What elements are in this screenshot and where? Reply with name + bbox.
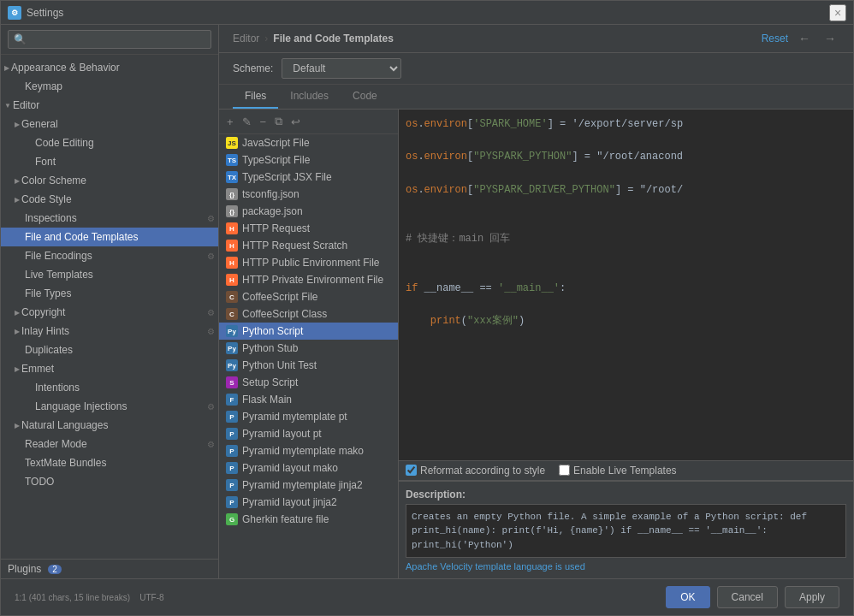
- code-editor[interactable]: os.environ['SPARK_HOME'] = '/export/serv…: [399, 110, 853, 461]
- file-list-panel: + ✎ − ⧉ ↩ JS JavaScript File TS TypeScri…: [219, 110, 399, 578]
- close-button[interactable]: ×: [829, 4, 846, 21]
- sidebar-item-label: Editor: [13, 99, 215, 111]
- file-item-coffee-class[interactable]: C CoffeeScript Class: [219, 305, 398, 323]
- file-item-label: Python Stub: [242, 342, 298, 354]
- file-item-label: Pyramid layout jinja2: [242, 496, 337, 508]
- sidebar-item-font[interactable]: Font: [1, 152, 218, 171]
- file-item-js[interactable]: JS JavaScript File: [219, 134, 398, 151]
- file-item-pyramid-mytemplate-mako[interactable]: P Pyramid mytemplate mako: [219, 442, 398, 459]
- file-item-flask-main[interactable]: F Flask Main: [219, 391, 398, 408]
- status-text: 1:1 (401 chars, 15 line breaks): [15, 593, 130, 602]
- sidebar-item-intentions[interactable]: Intentions: [1, 378, 218, 397]
- nav-back-button[interactable]: ←: [795, 30, 814, 47]
- nav-forward-button[interactable]: →: [821, 30, 839, 47]
- sidebar-item-appearance[interactable]: ▶Appearance & Behavior: [1, 58, 218, 77]
- tab-files[interactable]: Files: [233, 85, 278, 109]
- file-item-setup-script[interactable]: S Setup Script: [219, 374, 398, 391]
- file-item-pyramid-layout-mako[interactable]: P Pyramid layout mako: [219, 459, 398, 477]
- scheme-select[interactable]: Default Project: [282, 58, 401, 79]
- copy-template-button[interactable]: ⧉: [272, 113, 285, 130]
- sidebar-item-file-code-templates[interactable]: File and Code Templates: [1, 228, 218, 246]
- live-templates-checkbox-label[interactable]: Enable Live Templates: [559, 465, 677, 477]
- tab-includes[interactable]: Includes: [278, 85, 341, 109]
- file-item-pyramid-mytemplate-jinja2[interactable]: P Pyramid mytemplate jinja2: [219, 477, 398, 494]
- sidebar-item-color-scheme[interactable]: ▶Color Scheme: [1, 171, 218, 190]
- reset-template-button[interactable]: ↩: [288, 114, 303, 130]
- file-icon: H: [226, 222, 238, 234]
- file-item-package[interactable]: {} package.json: [219, 203, 398, 220]
- file-item-gherkin[interactable]: G Gherkin feature file: [219, 511, 398, 528]
- reset-link[interactable]: Reset: [762, 33, 788, 44]
- sidebar-item-label: Inspections: [25, 212, 204, 224]
- sidebar-search-container: [1, 25, 218, 55]
- sidebar-item-general[interactable]: ▶General: [1, 115, 218, 133]
- sidebar-bottom: Plugins 2: [1, 559, 218, 578]
- sidebar-item-live-templates[interactable]: Live Templates: [1, 265, 218, 284]
- gear-icon: ⚙: [207, 214, 215, 223]
- description-title: Description:: [406, 489, 846, 500]
- dialog-body: ▶Appearance & BehaviorKeymap▼Editor▶Gene…: [1, 25, 853, 578]
- search-input[interactable]: [8, 30, 211, 49]
- sidebar-item-copyright[interactable]: ▶Copyright⚙: [1, 303, 218, 322]
- remove-template-button[interactable]: −: [258, 114, 270, 130]
- sidebar-item-editor[interactable]: ▼Editor: [1, 96, 218, 115]
- sidebar-item-inlay-hints[interactable]: ▶Inlay Hints⚙: [1, 322, 218, 341]
- edit-template-button[interactable]: ✎: [240, 114, 254, 130]
- file-item-label: Pyramid mytemplate jinja2: [242, 479, 363, 491]
- sidebar-item-code-style[interactable]: ▶Code Style: [1, 190, 218, 209]
- sidebar-item-code-editing[interactable]: Code Editing: [1, 133, 218, 152]
- file-item-tsx[interactable]: TX TypeScript JSX File: [219, 169, 398, 186]
- file-icon: C: [226, 308, 238, 320]
- cancel-button[interactable]: Cancel: [717, 586, 778, 608]
- gear-icon: ⚙: [207, 252, 215, 261]
- file-item-pyramid-mytemplate-pt[interactable]: P Pyramid mytemplate pt: [219, 408, 398, 425]
- expand-icon: ▼: [4, 102, 11, 110]
- ok-button[interactable]: OK: [666, 586, 709, 608]
- file-item-pyramid-layout-jinja2[interactable]: P Pyramid layout jinja2: [219, 494, 398, 511]
- file-icon: F: [226, 394, 238, 406]
- file-icon: TX: [226, 171, 238, 183]
- file-item-python-script[interactable]: Py Python Script: [219, 323, 398, 340]
- file-item-label: Python Script: [242, 325, 303, 337]
- expand-icon: ▶: [15, 328, 20, 335]
- file-icon: H: [226, 240, 238, 252]
- expand-icon: ▶: [15, 121, 20, 128]
- file-item-http-scratch[interactable]: H HTTP Request Scratch: [219, 237, 398, 254]
- file-item-label: JavaScript File: [242, 137, 310, 149]
- file-item-python-unit[interactable]: Py Python Unit Test: [219, 357, 398, 374]
- sidebar-item-reader-mode[interactable]: Reader Mode⚙: [1, 435, 218, 453]
- sidebar-item-emmet[interactable]: ▶Emmet: [1, 359, 218, 378]
- code-line: if __name__ == '__main__':: [406, 281, 846, 297]
- sidebar-item-inspections[interactable]: Inspections⚙: [1, 209, 218, 228]
- sidebar-item-duplicates[interactable]: Duplicates: [1, 341, 218, 359]
- sidebar-item-language-injections[interactable]: Language Injections⚙: [1, 397, 218, 416]
- sidebar-item-keymap[interactable]: Keymap: [1, 77, 218, 96]
- live-templates-checkbox[interactable]: [559, 465, 570, 476]
- sidebar-item-file-types[interactable]: File Types: [1, 284, 218, 303]
- apply-button[interactable]: Apply: [785, 586, 839, 608]
- sidebar-item-todo[interactable]: TODO: [1, 472, 218, 491]
- file-item-http[interactable]: H HTTP Request: [219, 220, 398, 237]
- file-item-http-pub[interactable]: H HTTP Public Environment File: [219, 254, 398, 271]
- tab-code[interactable]: Code: [341, 85, 389, 109]
- plugins-label: Plugins: [8, 563, 41, 575]
- file-icon: P: [226, 445, 238, 457]
- file-item-http-priv[interactable]: H HTTP Private Environment File: [219, 271, 398, 288]
- file-item-python-stub[interactable]: Py Python Stub: [219, 340, 398, 357]
- sidebar-item-label: Font: [35, 156, 215, 168]
- apache-velocity-link[interactable]: Apache Velocity: [406, 561, 472, 572]
- file-item-pyramid-layout-pt[interactable]: P Pyramid layout pt: [219, 425, 398, 442]
- sidebar-item-natural-languages[interactable]: ▶Natural Languages: [1, 416, 218, 435]
- add-template-button[interactable]: +: [224, 114, 236, 130]
- file-item-label: HTTP Private Environment File: [242, 274, 383, 286]
- file-icon: Py: [226, 359, 238, 371]
- sidebar-item-file-encodings[interactable]: File Encodings⚙: [1, 246, 218, 265]
- file-item-tsconfig[interactable]: {} tsconfig.json: [219, 186, 398, 203]
- sidebar-item-textmate-bundles[interactable]: TextMate Bundles: [1, 453, 218, 472]
- file-item-ts[interactable]: TS TypeScript File: [219, 151, 398, 169]
- code-line: os.environ["PYSPARK_PYTHON"] = "/root/an…: [406, 149, 846, 165]
- reformat-checkbox-label[interactable]: Reformat according to style: [406, 465, 545, 477]
- reformat-checkbox[interactable]: [406, 465, 417, 476]
- file-item-coffee-file[interactable]: C CoffeeScript File: [219, 288, 398, 305]
- code-panel: os.environ['SPARK_HOME'] = '/export/serv…: [399, 110, 853, 578]
